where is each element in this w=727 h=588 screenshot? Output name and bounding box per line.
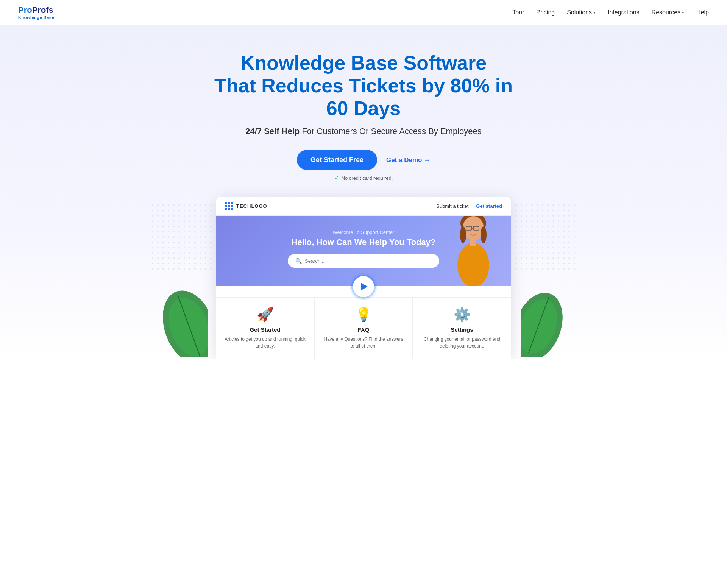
svg-rect-18 — [470, 239, 476, 246]
play-button[interactable] — [353, 276, 374, 297]
get-demo-button[interactable]: Get a Demo → — [386, 156, 430, 164]
search-icon: 🔍 — [295, 258, 302, 264]
card-icon-1: 💡 — [322, 307, 405, 323]
nav-resources[interactable]: Resources ▾ — [652, 9, 684, 16]
cta-row: Get Started Free Get a Demo → — [8, 150, 719, 170]
play-button-wrap — [216, 276, 511, 297]
svg-point-16 — [481, 226, 487, 243]
card-title-2: Settings — [421, 326, 503, 333]
card-title-0: Get Started — [224, 326, 306, 333]
hero-section: Knowledge Base Software That Reduces Tic… — [0, 25, 727, 359]
preview-logo-text: TECHLOGO — [236, 203, 267, 209]
no-credit-card-note: ✓ No credit card required. — [8, 175, 719, 181]
play-triangle-icon — [361, 283, 368, 290]
card-title-1: FAQ — [322, 326, 405, 333]
logo-grid-icon — [225, 202, 233, 210]
get-started-button[interactable]: Get Started Free — [297, 150, 377, 170]
resources-chevron-icon: ▾ — [682, 10, 684, 15]
dot-pattern-left — [151, 204, 212, 272]
solutions-chevron-icon: ▾ — [593, 10, 596, 15]
card-icon-2: ⚙️ — [421, 307, 503, 323]
nav-solutions[interactable]: Solutions ▾ — [567, 9, 596, 16]
nav-integrations[interactable]: Integrations — [608, 9, 640, 16]
nav-links: Tour Pricing Solutions ▾ Integrations Re… — [512, 9, 709, 16]
hero-subtitle: 24/7 Self Help For Customers Or Secure A… — [8, 126, 719, 136]
leaf-left — [159, 282, 208, 359]
check-icon: ✓ — [334, 175, 339, 181]
card-0[interactable]: 🚀 Get Started Articles to get you up and… — [216, 297, 314, 359]
nav-pricing[interactable]: Pricing — [536, 9, 555, 16]
svg-point-15 — [460, 226, 466, 243]
logo-pro: Pro — [18, 5, 32, 15]
demo-preview: TECHLOGO Submit a ticket Get started Wel… — [216, 197, 511, 359]
preview-submit-ticket[interactable]: Submit a ticket — [436, 203, 468, 209]
navbar: ProProfs Knowledge Base Tour Pricing Sol… — [0, 0, 727, 25]
preview-nav-right: Submit a ticket Get started — [436, 203, 502, 209]
svg-rect-3 — [515, 204, 576, 272]
card-2[interactable]: ⚙️ Settings Changing your email or passw… — [413, 297, 511, 359]
card-desc-2: Changing your email or password and dele… — [421, 336, 503, 349]
search-input[interactable] — [305, 258, 432, 264]
preview-get-started[interactable]: Get started — [476, 203, 502, 209]
preview-woman-image — [447, 216, 500, 286]
card-desc-0: Articles to get you up and running, quic… — [224, 336, 306, 349]
svg-rect-1 — [151, 204, 212, 272]
card-desc-1: Have any Questions? Find the answers to … — [322, 336, 405, 349]
card-icon-0: 🚀 — [224, 307, 306, 323]
logo-product: Knowledge Base — [18, 15, 54, 20]
nav-help[interactable]: Help — [696, 9, 709, 16]
preview-logo: TECHLOGO — [225, 202, 267, 210]
cards-row: 🚀 Get Started Articles to get you up and… — [216, 297, 511, 359]
preview-search[interactable]: 🔍 — [288, 254, 439, 268]
preview-hero-banner: Welcome To Support Center Hello, How Can… — [216, 216, 511, 286]
leaf-right — [521, 282, 566, 359]
dot-pattern-right — [515, 204, 576, 272]
card-1[interactable]: 💡 FAQ Have any Questions? Find the answe… — [314, 297, 413, 359]
preview-topbar: TECHLOGO Submit a ticket Get started — [216, 197, 511, 216]
logo-profs: Profs — [32, 5, 53, 15]
logo[interactable]: ProProfs Knowledge Base — [18, 5, 54, 20]
nav-tour[interactable]: Tour — [512, 9, 524, 16]
hero-title: Knowledge Base Software That Reduces Tic… — [201, 52, 526, 120]
